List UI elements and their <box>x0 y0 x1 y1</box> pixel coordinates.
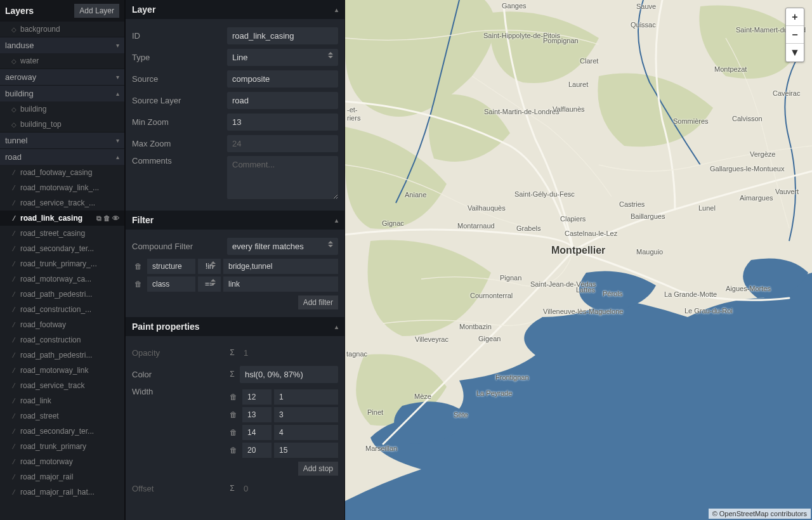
filter-op-select[interactable]: !in <box>198 259 221 274</box>
filter-key-input[interactable]: class <box>147 276 195 292</box>
trash-icon[interactable]: 🗑 <box>227 410 240 419</box>
stop-value-input[interactable]: 15 <box>274 443 338 458</box>
stop-zoom-input[interactable]: 14 <box>242 425 272 440</box>
group-label: building <box>5 89 34 98</box>
layer-name: road_major_rail_hat... <box>20 488 119 497</box>
trash-icon[interactable]: 🗑 <box>227 428 240 437</box>
trash-icon[interactable]: 🗑 <box>132 262 145 271</box>
filter-op-select[interactable]: == <box>198 276 221 292</box>
visibility-icon[interactable]: 👁 <box>112 214 119 223</box>
filter-value-input[interactable]: bridge,tunnel <box>223 259 338 274</box>
trash-icon[interactable]: 🗑 <box>227 393 240 401</box>
layer-item[interactable]: ∕road_trunk_primary <box>0 439 124 454</box>
layer-item[interactable]: ∕road_secondary_ter... <box>0 424 124 439</box>
layer-item[interactable]: ∕road_construction_... <box>0 302 124 317</box>
layer-group-building[interactable]: building▴ <box>0 85 124 101</box>
stop-value-input[interactable]: 4 <box>274 425 338 440</box>
layer-group-landuse[interactable]: landuse▾ <box>0 37 124 53</box>
layer-name: road_path_pedestri... <box>20 351 119 360</box>
layer-name: road_construction_... <box>20 305 119 314</box>
trash-icon[interactable]: 🗑 <box>103 214 110 223</box>
trash-icon[interactable]: 🗑 <box>132 280 145 289</box>
layer-item[interactable]: ∕road_construction <box>0 332 124 348</box>
zoom-in-button[interactable]: + <box>786 8 804 26</box>
stop-value-input[interactable]: 1 <box>274 389 338 405</box>
layer-type-icon: ◇ <box>10 58 18 65</box>
type-select[interactable]: Line <box>227 49 338 66</box>
sigma-icon[interactable]: Σ <box>227 370 237 379</box>
stop-zoom-input[interactable]: 13 <box>242 407 272 422</box>
layer-tree[interactable]: ◇backgroundlanduse▾◇wateraeroway▾buildin… <box>0 22 124 520</box>
trash-icon[interactable]: 🗑 <box>227 446 240 455</box>
layer-name: road_path_pedestri... <box>20 290 119 299</box>
layer-item[interactable]: ∕road_major_rail_hat... <box>0 484 124 500</box>
zoom-out-button[interactable]: − <box>786 26 804 44</box>
stop-value-input[interactable]: 3 <box>274 407 338 422</box>
add-layer-button[interactable]: Add Layer <box>74 4 119 18</box>
layer-item[interactable]: ∕road_path_pedestri... <box>0 287 124 302</box>
chevron-up-icon: ▴ <box>116 153 119 160</box>
layer-item[interactable]: ◇building_top <box>0 117 124 132</box>
map-controls: + − ▼ <box>785 8 804 62</box>
layer-name: road_footway_casing <box>20 168 119 177</box>
group-label: tunnel <box>5 136 27 145</box>
section-header-layer[interactable]: Layer ▴ <box>126 0 344 19</box>
layer-name: road_major_rail <box>20 472 119 481</box>
layer-group-road[interactable]: road▴ <box>0 148 124 165</box>
layer-item[interactable]: ∕road_motorway_link <box>0 363 124 378</box>
offset-label: Offset <box>132 484 227 493</box>
layer-type-icon: ∕ <box>10 306 18 313</box>
section-header-paint[interactable]: Paint properties ▴ <box>126 317 344 336</box>
layer-item[interactable]: ∕road_service_track <box>0 378 124 393</box>
comments-textarea[interactable] <box>227 156 338 199</box>
layer-item[interactable]: ∕road_footway <box>0 317 124 332</box>
layer-item[interactable]: ∕road_footway_casing <box>0 165 124 180</box>
layer-item[interactable]: ∕road_link_casing⧉🗑👁 <box>0 211 124 226</box>
opacity-input[interactable]: 1 <box>240 348 338 358</box>
filter-value-input[interactable]: link <box>223 276 338 292</box>
duplicate-icon[interactable]: ⧉ <box>96 214 102 223</box>
add-stop-button[interactable]: Add stop <box>298 462 338 476</box>
layer-item[interactable]: ∕road_secondary_ter... <box>0 241 124 256</box>
layer-item[interactable]: ∕road_motorway_link_... <box>0 180 124 195</box>
layer-type-icon: ∕ <box>10 185 18 192</box>
source-layer-input[interactable]: road <box>227 92 338 109</box>
layer-item[interactable]: ◇background <box>0 22 124 37</box>
color-label: Color <box>132 370 227 379</box>
compass-button[interactable]: ▼ <box>786 44 804 62</box>
sigma-icon[interactable]: Σ <box>227 484 237 493</box>
source-input[interactable]: composite <box>227 70 338 88</box>
min-zoom-input[interactable]: 13 <box>227 114 338 131</box>
layer-item[interactable]: ◇water <box>0 53 124 68</box>
color-input[interactable]: hsl(0, 0%, 87%) <box>240 366 338 383</box>
layer-item[interactable]: ∕road_link <box>0 393 124 408</box>
layer-group-tunnel[interactable]: tunnel▾ <box>0 132 124 148</box>
layer-item[interactable]: ∕road_motorway_ca... <box>0 271 124 287</box>
section-title-filter: Filter <box>132 215 154 225</box>
layer-item[interactable]: ∕road_path_pedestri... <box>0 348 124 363</box>
layer-item[interactable]: ∕road_street <box>0 408 124 424</box>
layer-item[interactable]: ◇building <box>0 101 124 117</box>
layer-item[interactable]: ∕road_motorway <box>0 454 124 469</box>
add-filter-button[interactable]: Add filter <box>298 296 338 309</box>
layer-item[interactable]: ∕road_trunk_primary_... <box>0 256 124 271</box>
id-input[interactable]: road_link_casing <box>227 27 338 44</box>
filter-key-input[interactable]: structure <box>147 259 195 274</box>
sigma-icon[interactable]: Σ <box>227 348 237 357</box>
compound-filter-select[interactable]: every filter matches <box>227 238 338 255</box>
stop-zoom-input[interactable]: 20 <box>242 443 272 458</box>
layer-item[interactable]: ∕road_street_casing <box>0 226 124 241</box>
offset-input[interactable]: 0 <box>240 484 338 493</box>
layer-name: road_footway <box>20 320 119 329</box>
chevron-down-icon: ▾ <box>116 137 119 144</box>
section-header-filter[interactable]: Filter ▴ <box>126 211 344 230</box>
layer-type-icon: ∕ <box>10 413 18 420</box>
layer-item[interactable]: ∕road_major_rail <box>0 469 124 484</box>
map-attribution: © OpenStreetMap contributors <box>709 509 811 519</box>
layer-item[interactable]: ∕road_service_track_... <box>0 195 124 211</box>
layer-group-aeroway[interactable]: aeroway▾ <box>0 68 124 85</box>
layer-type-icon: ∕ <box>10 200 18 207</box>
map-panel[interactable]: GangesSauveQuissacSaint-Mamert-du-GardSa… <box>345 0 812 520</box>
max-zoom-input[interactable]: 24 <box>227 135 338 152</box>
stop-zoom-input[interactable]: 12 <box>242 389 272 405</box>
